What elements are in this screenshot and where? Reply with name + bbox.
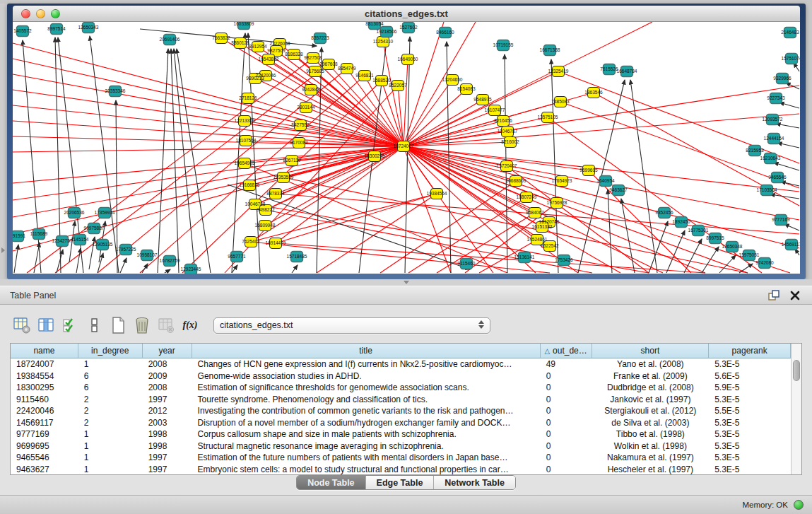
graph-node-label: 8997515 <box>706 235 724 240</box>
edge-red[interactable] <box>380 181 516 273</box>
graph-node-label: 18300295 <box>365 153 385 158</box>
network-graph[interactable]: 7663822886012889129542322605898275098186… <box>13 22 800 274</box>
sort-ascending-icon: △ <box>544 347 550 355</box>
tab-network-table[interactable]: Network Table <box>434 476 515 489</box>
column-header-short[interactable]: short <box>592 344 710 358</box>
table-row[interactable]: 2242004622012Investigating the contribut… <box>11 405 791 417</box>
show-columns-button[interactable] <box>35 315 57 336</box>
edge-black[interactable] <box>90 36 119 273</box>
graph-node-label: 16671388 <box>540 47 560 52</box>
graph-node-label: 8997514 <box>47 26 66 31</box>
table-row[interactable]: 1830029562008Estimation of significance … <box>11 382 791 394</box>
graph-node-label: 9352456 <box>655 210 673 215</box>
column-header-in_degree[interactable]: in_degree <box>78 344 143 358</box>
edge-black[interactable] <box>774 163 799 170</box>
edge-black[interactable] <box>232 33 245 273</box>
edge-black[interactable] <box>142 264 148 273</box>
scrollbar-thumb[interactable] <box>793 360 800 381</box>
table-source-select[interactable]: citations_edges.txt <box>213 317 490 334</box>
edge-red[interactable] <box>404 114 799 146</box>
edge-red[interactable] <box>404 22 652 146</box>
left-splitter[interactable] <box>0 4 7 279</box>
splitter-grip-icon[interactable] <box>404 281 409 284</box>
table-row[interactable]: 1938455462009Genome-wide association stu… <box>11 370 791 382</box>
graph-node-label: 17957225 <box>116 247 136 252</box>
tab-node-table[interactable]: Node Table <box>297 476 365 489</box>
tab-edge-table[interactable]: Edge Table <box>366 476 435 489</box>
graph-node-label: 8215953 <box>746 148 764 153</box>
column-header-title[interactable]: title <box>192 344 541 358</box>
edge-red[interactable] <box>317 194 437 273</box>
edge-red[interactable] <box>560 102 799 188</box>
column-header-out_de[interactable]: △out_de… <box>541 344 592 358</box>
edge-red[interactable] <box>404 146 799 248</box>
graph-node-label: 391591 <box>13 233 25 238</box>
graph-node-label: 16649050 <box>398 57 418 62</box>
function-builder-button[interactable]: f(x) <box>180 315 201 336</box>
edge-black[interactable] <box>784 224 799 230</box>
network-window[interactable]: citations_edges.txt 76638228860128891295… <box>7 4 806 279</box>
select-rows-button[interactable] <box>59 315 81 336</box>
table-row[interactable]: 946554611997Estimation of the future num… <box>11 452 791 464</box>
edge-red[interactable] <box>404 146 748 273</box>
edge-red[interactable] <box>404 117 548 146</box>
table-row[interactable]: 946362711997Embryonic stem cells: a mode… <box>11 464 791 475</box>
edge-black[interactable] <box>702 247 719 273</box>
edge-black[interactable] <box>781 182 799 186</box>
edge-black[interactable] <box>739 264 753 273</box>
edge-black[interactable] <box>174 49 195 273</box>
cell-pagerank: 5.3E-5 <box>709 428 791 440</box>
graph-node-label: 1588520 <box>372 78 391 83</box>
edge-black[interactable] <box>666 230 685 273</box>
graph-node-label: 19166825 <box>240 182 260 187</box>
edge-black[interactable] <box>76 248 81 273</box>
edge-red[interactable] <box>276 194 437 243</box>
graph-node-label: 10719155 <box>493 42 514 47</box>
edge-red[interactable] <box>13 146 404 217</box>
edge-black[interactable] <box>630 80 657 273</box>
edge-red[interactable] <box>13 146 404 152</box>
edge-black[interactable] <box>98 253 103 273</box>
edge-black[interactable] <box>777 143 799 148</box>
graph-node-label: 15720407 <box>497 163 517 168</box>
table-settings-button[interactable] <box>11 315 33 336</box>
edge-black[interactable] <box>165 269 170 273</box>
table-row[interactable]: 1872400712008Changes of HCN gene express… <box>11 358 791 370</box>
column-header-pagerank[interactable]: pagerank <box>709 344 791 358</box>
window-title: citations_edges.txt <box>13 8 800 19</box>
graph-node-label: 18807249 <box>517 194 537 199</box>
edge-black[interactable] <box>232 265 237 273</box>
cell-out_de: 0 <box>541 428 592 440</box>
vertical-scrollbar[interactable] <box>791 344 801 474</box>
edge-black[interactable] <box>779 103 799 108</box>
new-document-button[interactable] <box>107 315 129 336</box>
delete-table-button-disabled[interactable] <box>155 315 177 336</box>
network-canvas[interactable]: 7663822886012889129542322605898275098186… <box>13 22 800 274</box>
edge-black[interactable] <box>34 243 40 273</box>
table-row[interactable]: 977716911998Corpus callosum shape and si… <box>11 428 791 440</box>
edge-black[interactable] <box>14 245 18 273</box>
column-header-name[interactable]: name <box>11 344 78 358</box>
column-header-year[interactable]: year <box>143 344 192 358</box>
delete-rows-button[interactable] <box>131 315 153 336</box>
edge-black[interactable] <box>120 258 126 273</box>
edge-black[interactable] <box>608 189 612 273</box>
edge-red[interactable] <box>13 43 404 146</box>
close-panel-icon[interactable] <box>789 290 801 301</box>
float-panel-icon[interactable] <box>768 290 779 301</box>
splitter-collapse-icon[interactable] <box>1 247 5 253</box>
edge-red[interactable] <box>404 59 408 146</box>
table-row[interactable]: 1456911722003Disruption of a novel membe… <box>11 417 791 429</box>
edge-red[interactable] <box>404 100 483 146</box>
horizontal-splitter[interactable] <box>0 279 812 286</box>
row-height-button[interactable] <box>83 315 105 336</box>
table-row[interactable]: 969969511998Structural magnetic resonanc… <box>11 440 791 452</box>
edge-red[interactable] <box>313 58 404 146</box>
edge-black[interactable] <box>292 265 298 273</box>
edge-black[interactable] <box>776 124 799 128</box>
network-window-titlebar[interactable]: citations_edges.txt <box>13 6 800 22</box>
edge-black[interactable] <box>177 49 211 273</box>
edge-black[interactable] <box>171 49 179 273</box>
cell-in_degree: 1 <box>78 428 143 440</box>
table-row[interactable]: 911546021997Tourette syndrome. Phenomeno… <box>11 394 791 406</box>
